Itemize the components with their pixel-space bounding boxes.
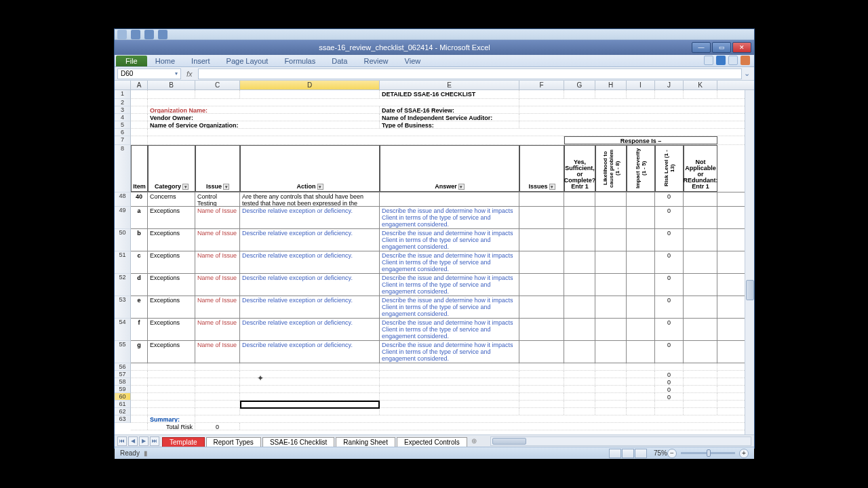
row-header[interactable]: 58 [115,378,131,386]
name-box[interactable]: D60 ▾ [117,68,181,79]
minimize-ribbon-icon[interactable] [704,56,713,65]
maximize-button[interactable]: ▭ [712,42,731,53]
col-a[interactable]: A [131,81,148,89]
hdr-g[interactable]: Yes, Sufficient, or Complete? Entr 1 [564,145,595,192]
table-row[interactable]: 40ConcernsControl TestingAre there any c… [131,192,745,207]
tab-formulas[interactable]: Formulas [276,56,323,66]
row-header[interactable]: 55 [115,341,131,363]
hdr-category[interactable]: Category▾ [148,145,195,192]
hdr-j[interactable]: Risk Level (1 - 13) [655,145,684,192]
row-header[interactable]: 48 [115,192,131,207]
tab-home[interactable]: Home [147,56,183,66]
sheet-tab-checklist[interactable]: SSAE-16 Checklist [262,437,334,447]
col-f[interactable]: F [519,81,564,89]
row-header[interactable]: 63 [115,415,131,423]
row-header[interactable]: 49 [115,207,131,229]
row-header[interactable]: 61 [115,401,131,408]
table-row[interactable]: gExceptionsName of IssueDescribe relativ… [131,341,745,363]
filter-icon[interactable]: ▾ [182,184,189,190]
row-header[interactable]: 6 [115,129,131,136]
normal-view-button[interactable] [609,449,621,458]
zoom-handle[interactable] [707,449,711,457]
tab-data[interactable]: Data [323,56,355,66]
horizontal-scrollbar[interactable] [490,436,751,446]
expand-formula-icon[interactable]: ⌄ [742,69,751,78]
col-g[interactable]: G [564,81,595,89]
redo-icon[interactable] [158,30,167,39]
cells[interactable]: DETAILED SSAE-16 CHECKLIST Organization … [131,90,745,434]
table-row[interactable]: 0 [131,393,745,401]
file-tab[interactable]: File [116,56,147,66]
worksheet-area[interactable]: A B C D E F G H I J K 123456784849505152… [115,81,754,434]
scrollbar-thumb[interactable] [492,438,526,445]
row-header[interactable]: 56 [115,363,131,371]
col-j[interactable]: J [655,81,684,89]
formula-input[interactable] [198,68,742,79]
table-row[interactable]: dExceptionsName of IssueDescribe relativ… [131,274,745,296]
tab-pagelayout[interactable]: Page Layout [218,56,277,66]
col-e[interactable]: E [380,81,519,89]
row-header[interactable]: 2 [115,99,131,106]
hdr-action[interactable]: Action▾ [240,145,380,192]
table-row[interactable]: fExceptionsName of IssueDescribe relativ… [131,319,745,341]
hdr-issue[interactable]: Issue▾ [195,145,240,192]
first-sheet-button[interactable]: ⏮ [117,436,127,446]
table-row[interactable]: 0 [131,386,745,393]
sheet-tab-template[interactable]: Template [162,437,205,447]
sheet-tab-ranking[interactable]: Ranking Sheet [336,437,395,447]
table-row[interactable] [131,363,745,371]
new-sheet-icon[interactable]: ⊕ [471,437,477,445]
table-row[interactable]: bExceptionsName of IssueDescribe relativ… [131,229,745,251]
filter-icon[interactable]: ▾ [549,184,555,190]
col-i[interactable]: I [627,81,655,89]
tab-insert[interactable]: Insert [183,56,218,66]
save-icon[interactable] [131,30,140,39]
table-row[interactable] [131,408,745,415]
fx-icon[interactable]: fx [186,70,193,78]
vertical-scrollbar[interactable] [745,90,754,434]
table-row[interactable]: 0 [131,371,745,378]
hdr-answer[interactable]: Answer▾ [380,145,519,192]
filter-icon[interactable]: ▾ [317,184,323,190]
scrollbar-thumb[interactable] [746,280,754,300]
col-h[interactable]: H [595,81,627,89]
col-c[interactable]: C [195,81,240,89]
restore-workbook-icon[interactable] [728,56,738,65]
zoom-out-button[interactable]: − [667,449,677,458]
filter-icon[interactable]: ▾ [223,184,229,190]
table-row[interactable] [131,401,745,408]
tab-view[interactable]: View [397,56,429,66]
col-k[interactable]: K [684,81,717,89]
row-header[interactable]: 59 [115,386,131,393]
last-sheet-button[interactable]: ⏭ [150,436,159,446]
sheet-tab-report-types[interactable]: Report Types [206,437,261,447]
sheet-tab-controls[interactable]: Expected Controls [397,437,467,447]
page-break-button[interactable] [635,449,647,458]
hdr-item[interactable]: Item [131,145,148,192]
col-d[interactable]: D [240,81,380,89]
select-all-corner[interactable] [115,81,131,89]
prev-sheet-button[interactable]: ◀ [128,436,138,446]
row-header[interactable]: 60 [115,393,131,401]
hdr-h[interactable]: Likelihood to cause problem (1 - 8) [595,145,627,192]
row-header[interactable]: 52 [115,274,131,296]
filter-icon[interactable]: ▾ [458,184,465,190]
zoom-level[interactable]: 75% [654,449,667,457]
zoom-in-button[interactable]: + [739,449,749,458]
page-layout-button[interactable] [622,449,634,458]
table-row[interactable]: cExceptionsName of IssueDescribe relativ… [131,251,745,274]
undo-icon[interactable] [144,30,154,39]
row-header[interactable]: 3 [115,106,131,114]
next-sheet-button[interactable]: ▶ [139,436,149,446]
row-header[interactable]: 54 [115,319,131,341]
table-row[interactable]: eExceptionsName of IssueDescribe relativ… [131,296,745,319]
help-icon[interactable] [716,56,726,65]
hdr-k[interactable]: Not Applicable or REdundant: Entr 1 [684,145,717,192]
row-header[interactable]: 7 [115,136,131,145]
hdr-issues[interactable]: Issues▾ [519,145,564,192]
hdr-i[interactable]: Impact Severity (1 - 5) [627,145,655,192]
table-row[interactable]: aExceptionsName of IssueDescribe relativ… [131,207,745,229]
minimize-button[interactable]: — [692,42,711,53]
row-header[interactable]: 1 [115,90,131,99]
table-row[interactable]: 0 [131,378,745,386]
